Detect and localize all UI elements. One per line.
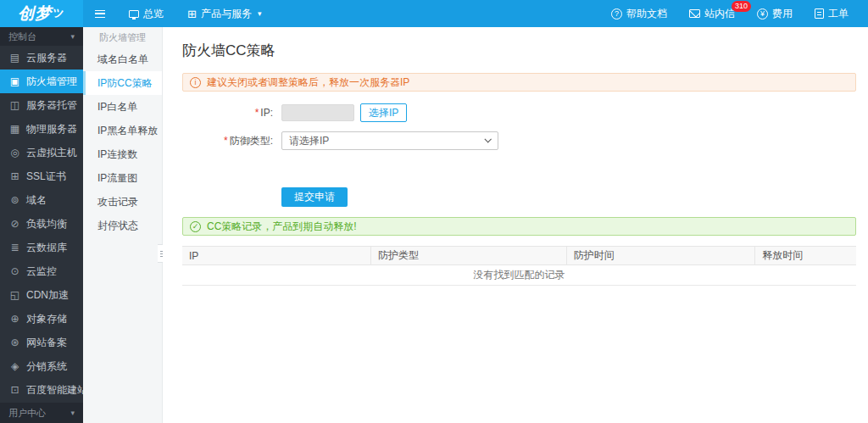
col-ip: IP	[182, 247, 371, 265]
form-row-defense-type: *防御类型: 请选择IP	[182, 131, 856, 150]
select-value: 请选择IP	[289, 134, 329, 148]
cdn-icon: ◱	[9, 289, 20, 301]
sidebar-item-label: 负载均衡	[26, 217, 67, 231]
help-docs-label: 帮助文档	[626, 7, 667, 21]
primary-sidebar: 控制台 ▾ ▤ 云服务器 ▣ 防火墙管理 ◫ 服务器托管 ▦ 物理服务器 ◎ 云…	[0, 27, 83, 423]
nav-overview-label: 总览	[143, 7, 164, 21]
warning-text: 建议关闭或者调整策略后，释放一次服务器IP	[207, 75, 409, 90]
select-ip-button[interactable]: 选择IP	[360, 103, 407, 122]
sidebar-item-ssl-cert[interactable]: ⊞ SSL证书	[0, 164, 83, 188]
page-title: 防火墙CC策略	[182, 41, 856, 60]
sitebuilder-icon: ⊡	[9, 384, 20, 396]
messages-button[interactable]: 站内信 310	[678, 0, 746, 27]
submenu-item-attack-records[interactable]: 攻击记录	[83, 190, 162, 214]
sidebar-item-domain[interactable]: ⊚ 域名	[0, 188, 83, 212]
sidebar-item-label: 物理服务器	[26, 122, 77, 136]
object-storage-icon: ⊕	[9, 313, 20, 325]
billing-button[interactable]: ¥ 费用	[746, 0, 804, 27]
info-icon: i	[190, 77, 201, 88]
sidebar-item-cloud-server[interactable]: ▤ 云服务器	[0, 46, 83, 70]
nav-products[interactable]: ⊞ 产品与服务 ▾	[175, 0, 273, 27]
success-text: CC策略记录，产品到期自动释放!	[207, 220, 357, 234]
ip-input[interactable]	[281, 104, 354, 121]
physical-server-icon: ▦	[9, 123, 20, 135]
cloud-monitor-icon: ⊙	[9, 265, 20, 277]
sidebar-item-label: 域名	[26, 193, 47, 208]
ticket-icon	[815, 8, 824, 19]
sidebar-item-baidu-sitebuilder[interactable]: ⊡ 百度智能建站	[0, 378, 83, 402]
sidebar-item-label: 云数据库	[26, 241, 67, 255]
sidebar-item-icp-filing[interactable]: ⊛ 网站备案	[0, 331, 83, 354]
nav-overview[interactable]: 总览	[117, 0, 175, 27]
sidebar-header-console[interactable]: 控制台 ▾	[0, 27, 83, 46]
submenu-item-ban-status[interactable]: 封停状态	[83, 214, 162, 237]
domain-icon: ⊚	[9, 194, 20, 206]
submenu-item-ip-traffic-graph[interactable]: IP流量图	[83, 166, 162, 190]
icp-filing-icon: ⊛	[9, 337, 20, 348]
help-icon: ?	[611, 8, 622, 19]
chevron-down-icon	[484, 136, 491, 142]
console-label: 控制台	[8, 31, 36, 43]
mail-icon	[689, 9, 700, 18]
sidebar-item-label: 百度智能建站	[26, 383, 87, 398]
submenu-item-domain-whitelist[interactable]: 域名白名单	[83, 47, 162, 71]
required-mark: *	[255, 107, 259, 119]
nav-products-label: 产品与服务	[201, 7, 252, 21]
cloud-database-icon: ≣	[9, 242, 20, 253]
defense-type-select[interactable]: 请选择IP	[281, 131, 498, 150]
topbar: 创梦ツ 总览 ⊞ 产品与服务 ▾ ? 帮助文档 站内信 310 ¥ 费用	[0, 0, 868, 27]
chevron-down-icon: ▾	[70, 409, 75, 417]
col-protect-time: 防护时间	[566, 247, 755, 265]
sidebar-item-cdn[interactable]: ◱ CDN加速	[0, 283, 83, 307]
sidebar-item-label: 云服务器	[26, 51, 67, 65]
help-docs-button[interactable]: ? 帮助文档	[600, 0, 678, 27]
sidebar-item-firewall[interactable]: ▣ 防火墙管理	[0, 70, 83, 93]
main-content: 防火墙CC策略 i 建议关闭或者调整策略后，释放一次服务器IP *IP: 选择I…	[163, 27, 868, 423]
table-header-row: IP 防护类型 防护时间 释放时间	[182, 247, 856, 265]
virtual-host-icon: ◎	[9, 147, 20, 159]
secondary-sidebar: 防火墙管理 域名白名单 IP防CC策略 IP白名单 IP黑名单释放 IP连接数 …	[83, 27, 163, 423]
ticket-button[interactable]: 工单	[804, 0, 860, 27]
sidebar-item-cloud-monitor[interactable]: ⊙ 云监控	[0, 259, 83, 283]
server-hosting-icon: ◫	[9, 99, 20, 111]
load-balancer-icon: ⊘	[9, 218, 20, 230]
sidebar-item-label: 云监控	[26, 264, 57, 279]
sidebar-item-label: CDN加速	[26, 288, 69, 303]
messages-label: 站内信	[704, 7, 735, 21]
products-grid-icon: ⊞	[187, 8, 197, 19]
warning-alert: i 建议关闭或者调整策略后，释放一次服务器IP	[182, 73, 856, 92]
sidebar-item-cloud-database[interactable]: ≣ 云数据库	[0, 236, 83, 259]
sidebar-item-label: 防火墙管理	[26, 75, 77, 89]
sidebar-item-load-balancer[interactable]: ⊘ 负载均衡	[0, 212, 83, 236]
sidebar-item-virtual-host[interactable]: ◎ 云虚拟主机	[0, 141, 83, 164]
sidebar-item-object-storage[interactable]: ⊕ 对象存储	[0, 307, 83, 331]
sidebar-item-label: 服务器托管	[26, 98, 77, 113]
submenu-item-ip-blacklist-release[interactable]: IP黑名单释放	[83, 119, 162, 142]
ssl-cert-icon: ⊞	[9, 170, 20, 182]
sidebar-item-distribution[interactable]: ◈ 分销系统	[0, 354, 83, 378]
sidebar-item-label: 分销系统	[26, 359, 67, 374]
brand-logo[interactable]: 创梦ツ	[0, 0, 83, 27]
submenu-item-ip-cc-policy[interactable]: IP防CC策略	[83, 71, 162, 95]
distribution-icon: ◈	[9, 360, 20, 372]
submit-button[interactable]: 提交申请	[281, 187, 348, 207]
fee-icon: ¥	[757, 8, 768, 19]
user-center-label: 用户中心	[8, 407, 46, 420]
submenu-item-ip-whitelist[interactable]: IP白名单	[83, 95, 162, 119]
submenu-item-ip-connections[interactable]: IP连接数	[83, 142, 162, 166]
sidebar-item-label: SSL证书	[26, 170, 66, 184]
chevron-down-icon: ▾	[258, 9, 262, 18]
empty-state-text: 没有找到匹配的记录	[182, 265, 856, 286]
brand-logo-text: 创梦	[18, 3, 52, 25]
sidebar-footer-user-center[interactable]: 用户中心 ▾	[0, 403, 83, 423]
form-row-ip: *IP: 选择IP	[182, 103, 856, 122]
sidebar-item-physical-server[interactable]: ▦ 物理服务器	[0, 117, 83, 141]
defense-type-label: *防御类型:	[182, 134, 281, 148]
topbar-right: ? 帮助文档 站内信 310 ¥ 费用 工单	[600, 0, 868, 27]
sidebar-item-label: 对象存储	[26, 312, 67, 326]
overview-icon	[129, 10, 139, 18]
ip-field-label: *IP:	[182, 107, 281, 119]
chevron-down-icon: ▾	[70, 32, 75, 41]
collapse-menu-button[interactable]	[83, 0, 117, 27]
sidebar-item-server-hosting[interactable]: ◫ 服务器托管	[0, 93, 83, 117]
